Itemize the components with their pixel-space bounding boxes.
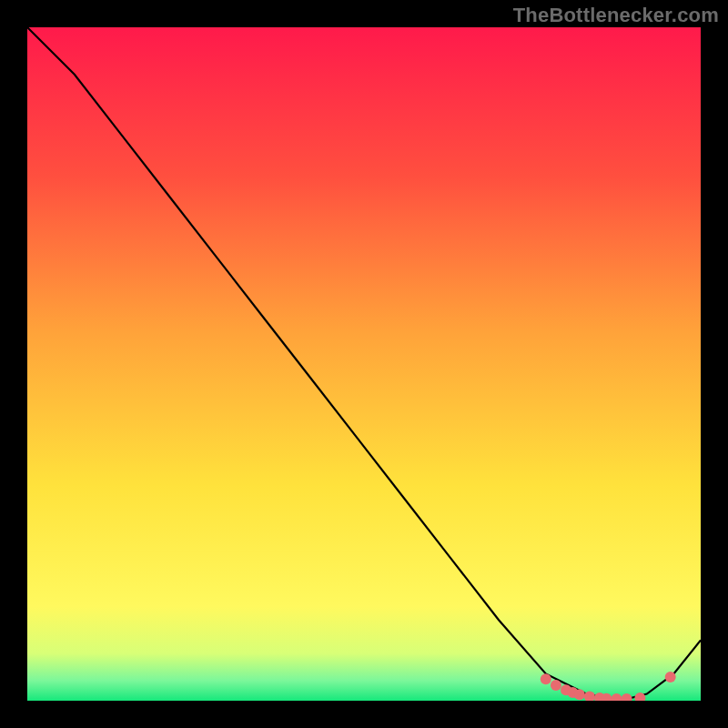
curve-layer xyxy=(27,27,701,701)
chart-frame: TheBottlenecker.com xyxy=(0,0,728,728)
watermark-text: TheBottlenecker.com xyxy=(513,4,719,27)
data-point xyxy=(622,693,632,701)
data-point xyxy=(574,689,585,700)
data-point xyxy=(665,672,676,682)
plot-area xyxy=(27,27,701,701)
hardware-points xyxy=(541,672,676,701)
data-point xyxy=(541,673,551,684)
data-point xyxy=(612,693,622,701)
bottleneck-curve xyxy=(27,27,701,701)
data-point xyxy=(551,680,561,691)
